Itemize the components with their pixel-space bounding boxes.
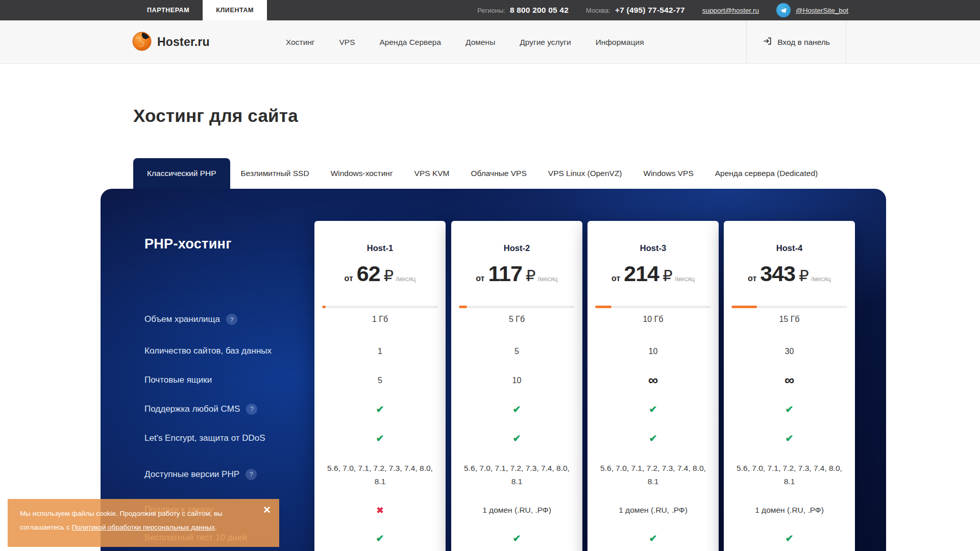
php-versions-cell: 5.6, 7.0, 7.1, 7.2, 7.3, 7.4, 8.0, 8.1	[595, 453, 711, 496]
help-icon[interactable]: ?	[246, 469, 257, 480]
logo[interactable]: Hoster.ru	[132, 20, 210, 64]
plan-price: от 62 ₽ /месяц	[322, 261, 438, 290]
php-versions-cell: 5.6, 7.0, 7.1, 7.2, 7.3, 7.4, 8.0, 8.1	[459, 453, 575, 496]
feature-sites-db: Количество сайтов, баз данных	[144, 336, 313, 365]
globe-icon	[132, 31, 152, 54]
plan-name: Host-1	[322, 243, 438, 253]
mail-cell: 10	[459, 366, 575, 395]
tab-classic-php[interactable]: Классический PHP	[133, 158, 230, 189]
help-icon[interactable]: ?	[226, 314, 237, 325]
plan-name: Host-4	[731, 243, 847, 253]
feature-php-versions: Доступные версии PHP ?	[144, 453, 313, 496]
plan-name: Host-3	[595, 243, 711, 253]
nav-vps[interactable]: VPS	[339, 38, 355, 47]
feature-storage: Объем хранилища ?	[144, 303, 313, 336]
tab-vps-linux-openvz[interactable]: VPS Linux (OpenVZ)	[537, 158, 633, 189]
telegram-icon[interactable]	[776, 3, 791, 17]
partners-tab[interactable]: ПАРТНЕРАМ	[134, 0, 203, 20]
encrypt-check-icon: ✔	[459, 424, 575, 453]
nav-hosting[interactable]: Хостинг	[286, 38, 315, 47]
cms-check-icon: ✔	[322, 395, 438, 424]
gift-cell: 1 домен (.RU, .РФ)	[731, 496, 847, 524]
storage-bar-track	[731, 306, 847, 308]
plan-price: от 214 ₽ /месяц	[595, 261, 711, 290]
cookie-banner: Мы используем файлы cookie. Продолжив ра…	[8, 499, 279, 547]
nav-information[interactable]: Информация	[596, 38, 644, 47]
regions-label: Регионы:	[477, 7, 505, 14]
clients-tab[interactable]: КЛИЕНТАМ	[203, 0, 267, 20]
cms-check-icon: ✔	[459, 395, 575, 424]
storage-cell: 5 Гб	[459, 303, 575, 337]
storage-cell: 10 Гб	[595, 303, 711, 337]
tab-windows-hosting[interactable]: Windows-хостинг	[320, 158, 404, 189]
test-check-icon: ✔	[459, 524, 575, 551]
feature-encrypt-ddos: Let's Encrypt, защита от DDoS	[144, 423, 313, 453]
sites-cell: 1	[322, 337, 438, 366]
login-button[interactable]: Вход в панель	[746, 20, 846, 64]
storage-bar-fill	[459, 306, 467, 308]
storage-bar-fill	[322, 306, 326, 308]
php-versions-cell: 5.6, 7.0, 7.1, 7.2, 7.3, 7.4, 8.0, 8.1	[731, 453, 847, 496]
telegram-bot-link[interactable]: @HosterSite_bot	[796, 7, 848, 14]
plan-card-host-4: Host-4 от 343 ₽ /месяц 15 Гб 30 ∞ ✔ ✔ 5.…	[724, 221, 855, 551]
tab-unlimited-ssd[interactable]: Безлимитный SSD	[230, 158, 320, 189]
gift-cell: 1 домен (.RU, .РФ)	[459, 496, 575, 524]
nav-other-services[interactable]: Другие услуги	[520, 38, 571, 47]
test-check-icon: ✔	[322, 524, 438, 551]
plan-name: Host-2	[459, 243, 575, 253]
plan-card-host-1: Host-1 от 62 ₽ /месяц 1 Гб 1 5 ✔ ✔ 5.6, …	[314, 221, 446, 551]
sites-cell: 10	[595, 337, 711, 366]
storage-bar-fill	[731, 306, 757, 308]
mail-cell: 5	[322, 366, 438, 395]
help-icon[interactable]: ?	[246, 404, 257, 415]
gift-cell: 1 домен (.RU, .РФ)	[595, 496, 711, 524]
moscow-label: Москва:	[586, 7, 610, 14]
test-check-icon: ✔	[731, 524, 847, 551]
mail-cell-infinity: ∞	[731, 366, 847, 395]
tab-windows-vps[interactable]: Windows VPS	[633, 158, 704, 189]
tab-vps-kvm[interactable]: VPS KVM	[404, 158, 460, 189]
cms-check-icon: ✔	[731, 395, 847, 424]
storage-bar-fill	[595, 306, 611, 308]
storage-bar-track	[322, 306, 438, 308]
storage-cell: 15 Гб	[731, 303, 847, 337]
gift-cross-icon: ✖	[322, 496, 438, 524]
plan-card-host-3: Host-3 от 214 ₽ /месяц 10 Гб 10 ∞ ✔ ✔ 5.…	[587, 221, 719, 551]
plan-card-host-2: Host-2 от 117 ₽ /месяц 5 Гб 5 10 ✔ ✔ 5.6…	[451, 221, 582, 551]
nav-server-rent[interactable]: Аренда Сервера	[380, 38, 441, 47]
feature-mailboxes: Почтовые ящики	[144, 365, 313, 394]
logo-text: Hoster.ru	[157, 35, 210, 49]
contact-bar: Регионы: 8 800 200 05 42 Москва: +7 (495…	[477, 0, 848, 20]
tab-dedicated[interactable]: Аренда сервера (Dedicated)	[704, 158, 828, 189]
top-bar: ПАРТНЕРАМ КЛИЕНТАМ Регионы: 8 800 200 05…	[0, 0, 980, 20]
plan-price: от 117 ₽ /месяц	[459, 261, 575, 290]
encrypt-check-icon: ✔	[322, 424, 438, 453]
tab-cloud-vps[interactable]: Облачные VPS	[460, 158, 537, 189]
audience-tabs: ПАРТНЕРАМ КЛИЕНТАМ	[134, 0, 267, 20]
storage-bar-track	[595, 306, 711, 308]
privacy-policy-link[interactable]: Политикой обработки персональных данных	[71, 523, 215, 531]
main-nav: Хостинг VPS Аренда Сервера Домены Другие…	[286, 20, 644, 64]
main-header: Hoster.ru Хостинг VPS Аренда Сервера Дом…	[0, 20, 980, 64]
moscow-phone[interactable]: +7 (495) 77-542-77	[615, 6, 685, 15]
close-icon[interactable]: ✕	[263, 504, 271, 516]
plan-price: от 343 ₽ /месяц	[731, 261, 847, 290]
cms-check-icon: ✔	[595, 395, 711, 424]
test-check-icon: ✔	[595, 524, 711, 551]
login-icon	[763, 36, 772, 48]
php-versions-cell: 5.6, 7.0, 7.1, 7.2, 7.3, 7.4, 8.0, 8.1	[322, 453, 438, 496]
mail-cell-infinity: ∞	[595, 366, 711, 395]
login-label: Вход в панель	[777, 38, 830, 47]
encrypt-check-icon: ✔	[731, 424, 847, 453]
panel-title: PHP-хостинг	[144, 236, 232, 252]
storage-cell: 1 Гб	[322, 303, 438, 337]
page-title: Хостинг для сайта	[133, 106, 298, 126]
storage-bar-track	[459, 306, 575, 308]
support-email-link[interactable]: support@hoster.ru	[702, 7, 759, 14]
regions-phone[interactable]: 8 800 200 05 42	[510, 6, 569, 15]
feature-cms: Поддержка любой CMS ?	[144, 394, 313, 423]
cookie-text: Мы используем файлы cookie. Продолжив ра…	[20, 507, 257, 534]
nav-domains[interactable]: Домены	[465, 38, 495, 47]
php-hosting-panel: PHP-хостинг Объем хранилища ? Количество…	[101, 189, 886, 551]
sites-cell: 5	[459, 337, 575, 366]
